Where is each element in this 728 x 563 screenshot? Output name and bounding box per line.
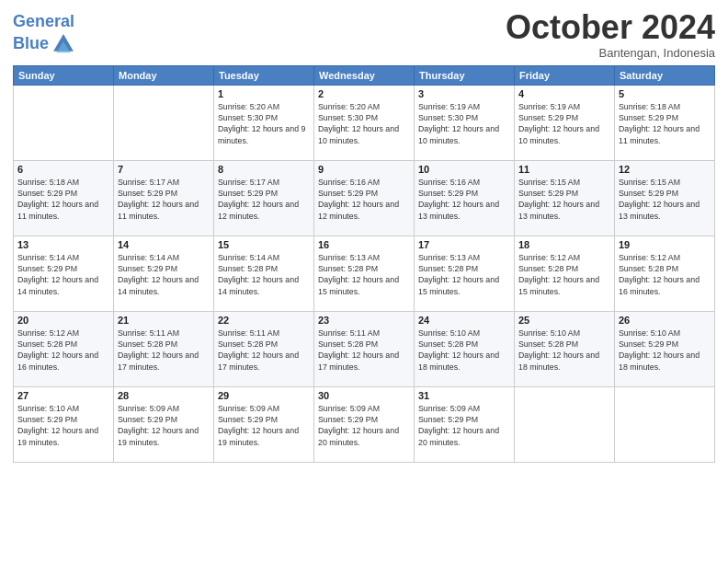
week-row-3: 20Sunrise: 5:12 AM Sunset: 5:28 PM Dayli… <box>14 311 715 386</box>
day-number: 10 <box>418 164 510 175</box>
cal-cell: 27Sunrise: 5:10 AM Sunset: 5:29 PM Dayli… <box>14 386 114 462</box>
day-info: Sunrise: 5:15 AM Sunset: 5:29 PM Dayligh… <box>518 177 610 222</box>
cal-cell <box>615 386 715 462</box>
cal-cell: 31Sunrise: 5:09 AM Sunset: 5:29 PM Dayli… <box>415 386 515 462</box>
cal-cell: 17Sunrise: 5:13 AM Sunset: 5:28 PM Dayli… <box>415 236 515 311</box>
cal-cell <box>515 386 615 462</box>
day-info: Sunrise: 5:17 AM Sunset: 5:29 PM Dayligh… <box>118 177 210 222</box>
day-info: Sunrise: 5:12 AM Sunset: 5:28 PM Dayligh… <box>518 252 610 297</box>
week-row-4: 27Sunrise: 5:10 AM Sunset: 5:29 PM Dayli… <box>14 386 715 462</box>
cal-cell: 4Sunrise: 5:19 AM Sunset: 5:29 PM Daylig… <box>515 85 615 160</box>
day-info: Sunrise: 5:19 AM Sunset: 5:29 PM Dayligh… <box>518 101 610 146</box>
col-header-friday: Friday <box>515 65 615 85</box>
day-info: Sunrise: 5:11 AM Sunset: 5:28 PM Dayligh… <box>118 327 210 373</box>
day-number: 30 <box>318 390 410 401</box>
cal-cell <box>14 85 114 160</box>
logo-blue: Blue <box>13 35 49 53</box>
day-number: 13 <box>17 239 109 250</box>
day-number: 26 <box>619 315 711 326</box>
day-number: 8 <box>218 164 310 175</box>
day-info: Sunrise: 5:10 AM Sunset: 5:28 PM Dayligh… <box>418 327 510 373</box>
day-number: 5 <box>619 88 711 99</box>
day-info: Sunrise: 5:09 AM Sunset: 5:29 PM Dayligh… <box>118 403 210 448</box>
cal-cell: 8Sunrise: 5:17 AM Sunset: 5:29 PM Daylig… <box>214 160 314 236</box>
cal-cell: 1Sunrise: 5:20 AM Sunset: 5:30 PM Daylig… <box>214 85 314 160</box>
day-number: 23 <box>318 315 410 326</box>
day-number: 21 <box>118 315 210 326</box>
cal-cell: 14Sunrise: 5:14 AM Sunset: 5:29 PM Dayli… <box>114 236 214 311</box>
day-number: 19 <box>619 239 711 250</box>
cal-cell: 18Sunrise: 5:12 AM Sunset: 5:28 PM Dayli… <box>515 236 615 311</box>
cal-cell: 24Sunrise: 5:10 AM Sunset: 5:28 PM Dayli… <box>415 311 515 386</box>
cal-cell: 10Sunrise: 5:16 AM Sunset: 5:29 PM Dayli… <box>415 160 515 236</box>
day-info: Sunrise: 5:20 AM Sunset: 5:30 PM Dayligh… <box>218 101 310 146</box>
col-header-thursday: Thursday <box>415 65 515 85</box>
day-number: 6 <box>17 164 109 175</box>
cal-cell: 28Sunrise: 5:09 AM Sunset: 5:29 PM Dayli… <box>114 386 214 462</box>
cal-cell: 13Sunrise: 5:14 AM Sunset: 5:29 PM Dayli… <box>14 236 114 311</box>
day-number: 18 <box>518 239 610 250</box>
day-info: Sunrise: 5:16 AM Sunset: 5:29 PM Dayligh… <box>418 177 510 222</box>
col-header-tuesday: Tuesday <box>214 65 314 85</box>
logo: General Blue <box>13 13 76 57</box>
day-number: 17 <box>418 239 510 250</box>
day-number: 25 <box>518 315 610 326</box>
day-info: Sunrise: 5:14 AM Sunset: 5:29 PM Dayligh… <box>17 252 109 297</box>
cal-cell: 15Sunrise: 5:14 AM Sunset: 5:28 PM Dayli… <box>214 236 314 311</box>
day-info: Sunrise: 5:09 AM Sunset: 5:29 PM Dayligh… <box>218 403 310 448</box>
day-info: Sunrise: 5:15 AM Sunset: 5:29 PM Dayligh… <box>619 177 711 222</box>
day-info: Sunrise: 5:10 AM Sunset: 5:29 PM Dayligh… <box>619 327 711 373</box>
day-info: Sunrise: 5:09 AM Sunset: 5:29 PM Dayligh… <box>318 403 410 448</box>
day-number: 15 <box>218 239 310 250</box>
day-number: 14 <box>118 239 210 250</box>
cal-cell: 5Sunrise: 5:18 AM Sunset: 5:29 PM Daylig… <box>615 85 715 160</box>
day-number: 24 <box>418 315 510 326</box>
day-number: 29 <box>218 390 310 401</box>
month-title: October 2024 <box>506 9 715 46</box>
day-number: 1 <box>218 88 310 99</box>
day-info: Sunrise: 5:17 AM Sunset: 5:29 PM Dayligh… <box>218 177 310 222</box>
cal-cell: 2Sunrise: 5:20 AM Sunset: 5:30 PM Daylig… <box>314 85 415 160</box>
col-header-saturday: Saturday <box>615 65 715 85</box>
cal-cell: 22Sunrise: 5:11 AM Sunset: 5:28 PM Dayli… <box>214 311 314 386</box>
day-number: 11 <box>518 164 610 175</box>
cal-cell: 23Sunrise: 5:11 AM Sunset: 5:28 PM Dayli… <box>314 311 415 386</box>
cal-cell: 16Sunrise: 5:13 AM Sunset: 5:28 PM Dayli… <box>314 236 415 311</box>
day-info: Sunrise: 5:09 AM Sunset: 5:29 PM Dayligh… <box>418 403 510 448</box>
calendar-table: SundayMondayTuesdayWednesdayThursdayFrid… <box>13 65 715 463</box>
location: Bantengan, Indonesia <box>506 46 715 60</box>
col-header-wednesday: Wednesday <box>314 65 415 85</box>
page: General Blue October 2024 Bantengan, Ind… <box>0 0 728 563</box>
day-number: 31 <box>418 390 510 401</box>
day-info: Sunrise: 5:13 AM Sunset: 5:28 PM Dayligh… <box>418 252 510 297</box>
day-number: 12 <box>619 164 711 175</box>
day-info: Sunrise: 5:10 AM Sunset: 5:28 PM Dayligh… <box>518 327 610 373</box>
cal-cell: 19Sunrise: 5:12 AM Sunset: 5:28 PM Dayli… <box>615 236 715 311</box>
logo-text: General <box>13 13 76 31</box>
day-info: Sunrise: 5:20 AM Sunset: 5:30 PM Dayligh… <box>318 101 410 146</box>
day-info: Sunrise: 5:18 AM Sunset: 5:29 PM Dayligh… <box>619 101 711 146</box>
cal-cell: 7Sunrise: 5:17 AM Sunset: 5:29 PM Daylig… <box>114 160 214 236</box>
cal-cell: 3Sunrise: 5:19 AM Sunset: 5:30 PM Daylig… <box>415 85 515 160</box>
logo-general: General <box>13 12 74 30</box>
day-info: Sunrise: 5:12 AM Sunset: 5:28 PM Dayligh… <box>619 252 711 297</box>
day-number: 16 <box>318 239 410 250</box>
cal-cell: 6Sunrise: 5:18 AM Sunset: 5:29 PM Daylig… <box>14 160 114 236</box>
day-info: Sunrise: 5:14 AM Sunset: 5:28 PM Dayligh… <box>218 252 310 297</box>
day-number: 22 <box>218 315 310 326</box>
cal-cell: 9Sunrise: 5:16 AM Sunset: 5:29 PM Daylig… <box>314 160 415 236</box>
day-number: 7 <box>118 164 210 175</box>
day-info: Sunrise: 5:12 AM Sunset: 5:28 PM Dayligh… <box>17 327 109 373</box>
week-row-1: 6Sunrise: 5:18 AM Sunset: 5:29 PM Daylig… <box>14 160 715 236</box>
day-number: 3 <box>418 88 510 99</box>
day-number: 4 <box>518 88 610 99</box>
header: General Blue October 2024 Bantengan, Ind… <box>13 9 715 60</box>
day-info: Sunrise: 5:11 AM Sunset: 5:28 PM Dayligh… <box>218 327 310 373</box>
logo-icon <box>51 31 76 57</box>
day-info: Sunrise: 5:13 AM Sunset: 5:28 PM Dayligh… <box>318 252 410 297</box>
col-header-monday: Monday <box>114 65 214 85</box>
week-row-0: 1Sunrise: 5:20 AM Sunset: 5:30 PM Daylig… <box>14 85 715 160</box>
day-info: Sunrise: 5:14 AM Sunset: 5:29 PM Dayligh… <box>118 252 210 297</box>
title-block: October 2024 Bantengan, Indonesia <box>506 9 715 60</box>
cal-cell: 25Sunrise: 5:10 AM Sunset: 5:28 PM Dayli… <box>515 311 615 386</box>
